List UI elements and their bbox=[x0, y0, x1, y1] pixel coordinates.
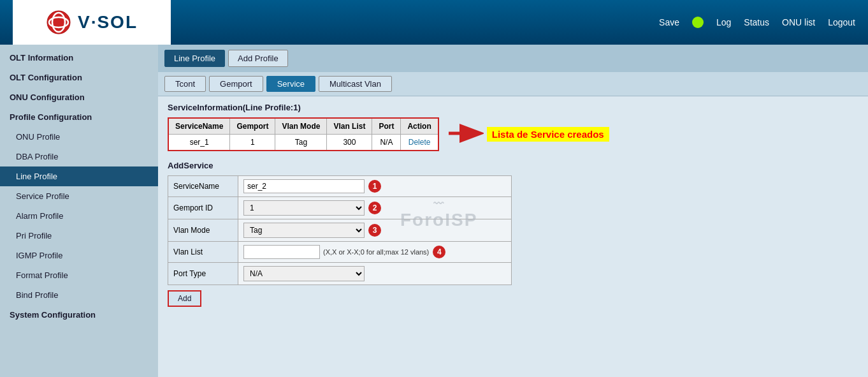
sidebar-item-profile-config[interactable]: Profile Configuration bbox=[0, 107, 158, 127]
status-dot bbox=[692, 17, 704, 28]
service-info-title: ServiceInformation(Line Profile:1) bbox=[168, 103, 858, 112]
cell-gemport: 1 bbox=[230, 135, 275, 151]
header: V·SOL Save Log Status ONU list Logout bbox=[0, 0, 868, 45]
col-vlan-list: Vlan List bbox=[327, 118, 372, 135]
form-row-wrapper-5: N/A ETH POTS CATV bbox=[243, 266, 506, 281]
col-vlan-mode: Vlan Mode bbox=[275, 118, 327, 135]
vlan-list-input[interactable] bbox=[243, 245, 320, 259]
label-vlan-mode: Vlan Mode bbox=[168, 219, 238, 242]
input-cell-vlan-list: (X,X or X-X;0 for all;max 12 vlans) 4 bbox=[238, 242, 512, 263]
col-service-name: ServiceName bbox=[168, 118, 230, 135]
layout: OLT Information OLT Configuration ONU Co… bbox=[0, 45, 868, 377]
form-row-wrapper-2: 1 2 3 4 2 bbox=[243, 200, 506, 216]
arrow-icon bbox=[445, 124, 484, 143]
vlan-list-hint: (X,X or X-X;0 for all;max 12 vlans) bbox=[323, 248, 429, 256]
tab-line-profile[interactable]: Line Profile bbox=[164, 50, 225, 67]
tab-bar-top: Line Profile Add Profile bbox=[158, 45, 868, 72]
status-link[interactable]: Status bbox=[744, 17, 769, 27]
sidebar-item-format-profile[interactable]: Format Profile bbox=[0, 265, 158, 285]
sidebar-item-line-profile[interactable]: Line Profile bbox=[0, 166, 158, 186]
delete-link[interactable]: Delete bbox=[409, 138, 431, 147]
form-row-wrapper-3: Tag Transparent Translate 3 bbox=[243, 223, 506, 238]
logo-text: V·SOL bbox=[78, 12, 138, 33]
cell-port: N/A bbox=[372, 135, 401, 151]
step-badge-3: 3 bbox=[368, 224, 381, 237]
col-gemport: Gemport bbox=[230, 118, 275, 135]
input-cell-vlan-mode: Tag Transparent Translate 3 bbox=[238, 219, 512, 242]
add-button[interactable]: Add bbox=[168, 290, 201, 307]
save-button[interactable]: Save bbox=[659, 17, 679, 27]
onu-list-link[interactable]: ONU list bbox=[782, 17, 815, 27]
add-service-form: ServiceName 1 Gemport ID bbox=[168, 175, 512, 285]
form-row-gemport-id: Gemport ID 1 2 3 4 2 bbox=[168, 197, 512, 219]
cell-vlan-mode: Tag bbox=[275, 135, 327, 151]
vlan-mode-select[interactable]: Tag Transparent Translate bbox=[243, 223, 365, 238]
cell-service-name: ser_1 bbox=[168, 135, 230, 151]
content-area: 〰 ForoISP ServiceInformation(Line Profil… bbox=[158, 96, 868, 313]
form-row-wrapper-1: 1 bbox=[243, 179, 506, 193]
tab-bar-second: Tcont Gemport Service Multicast Vlan bbox=[158, 72, 868, 96]
label-vlan-list: Vlan List bbox=[168, 242, 238, 263]
annotation-arrow bbox=[445, 124, 484, 145]
sidebar-item-pri-profile[interactable]: Pri Profile bbox=[0, 226, 158, 246]
sidebar-item-olt-config[interactable]: OLT Configuration bbox=[0, 68, 158, 87]
input-cell-service-name: 1 bbox=[238, 176, 512, 197]
form-row-vlan-mode: Vlan Mode Tag Transparent Translate 3 bbox=[168, 219, 512, 242]
input-cell-port-type: N/A ETH POTS CATV bbox=[238, 263, 512, 285]
sidebar-item-igmp-profile[interactable]: IGMP Profile bbox=[0, 246, 158, 265]
table-row: ser_1 1 Tag 300 N/A Delete bbox=[168, 135, 438, 151]
sidebar-item-onu-profile[interactable]: ONU Profile bbox=[0, 127, 158, 147]
form-row-service-name: ServiceName 1 bbox=[168, 176, 512, 197]
col-port: Port bbox=[372, 118, 401, 135]
tab-gemport[interactable]: Gemport bbox=[209, 76, 263, 92]
service-name-input[interactable] bbox=[243, 179, 365, 193]
label-port-type: Port Type bbox=[168, 263, 238, 285]
input-cell-gemport-id: 1 2 3 4 2 bbox=[238, 197, 512, 219]
step-badge-4: 4 bbox=[433, 246, 445, 258]
label-gemport-id: Gemport ID bbox=[168, 197, 238, 219]
logout-link[interactable]: Logout bbox=[828, 17, 855, 27]
port-type-select[interactable]: N/A ETH POTS CATV bbox=[243, 266, 365, 281]
tab-add-profile[interactable]: Add Profile bbox=[228, 50, 288, 67]
sidebar-item-service-profile[interactable]: Service Profile bbox=[0, 186, 158, 206]
label-service-name: ServiceName bbox=[168, 176, 238, 197]
form-row-vlan-list: Vlan List (X,X or X-X;0 for all;max 12 v… bbox=[168, 242, 512, 263]
tab-tcont[interactable]: Tcont bbox=[164, 76, 206, 92]
add-service-title: AddService bbox=[168, 161, 858, 170]
step-badge-1: 1 bbox=[368, 180, 381, 193]
sidebar-item-olt-info[interactable]: OLT Information bbox=[0, 48, 158, 68]
sidebar-item-onu-config[interactable]: ONU Configuration bbox=[0, 87, 158, 107]
step-badge-2: 2 bbox=[368, 202, 381, 214]
sidebar: OLT Information OLT Configuration ONU Co… bbox=[0, 45, 158, 377]
tab-multicast-vlan[interactable]: Multicast Vlan bbox=[319, 76, 392, 92]
annotation-area: ServiceName Gemport Vlan Mode Vlan List … bbox=[168, 117, 858, 151]
form-row-port-type: Port Type N/A ETH POTS CATV bbox=[168, 263, 512, 285]
sidebar-item-dba-profile[interactable]: DBA Profile bbox=[0, 147, 158, 166]
annotation-label: Lista de Service creados bbox=[487, 127, 609, 142]
cell-vlan-list: 300 bbox=[327, 135, 372, 151]
main-content: Line Profile Add Profile Tcont Gemport S… bbox=[158, 45, 868, 377]
svg-point-0 bbox=[47, 11, 70, 34]
logo-area: V·SOL bbox=[13, 0, 171, 45]
tab-service[interactable]: Service bbox=[266, 76, 315, 92]
sidebar-item-bind-profile[interactable]: Bind Profile bbox=[0, 285, 158, 305]
service-table: ServiceName Gemport Vlan Mode Vlan List … bbox=[168, 117, 439, 151]
gemport-id-select[interactable]: 1 2 3 4 bbox=[243, 200, 365, 216]
col-action: Action bbox=[401, 118, 438, 135]
sidebar-item-system-config[interactable]: System Configuration bbox=[0, 305, 158, 325]
cell-action: Delete bbox=[401, 135, 438, 151]
sidebar-item-alarm-profile[interactable]: Alarm Profile bbox=[0, 206, 158, 226]
header-right: Save Log Status ONU list Logout bbox=[659, 17, 855, 28]
vsol-logo-icon bbox=[46, 10, 71, 35]
form-row-wrapper-4: (X,X or X-X;0 for all;max 12 vlans) 4 bbox=[243, 245, 506, 259]
log-link[interactable]: Log bbox=[716, 17, 731, 27]
